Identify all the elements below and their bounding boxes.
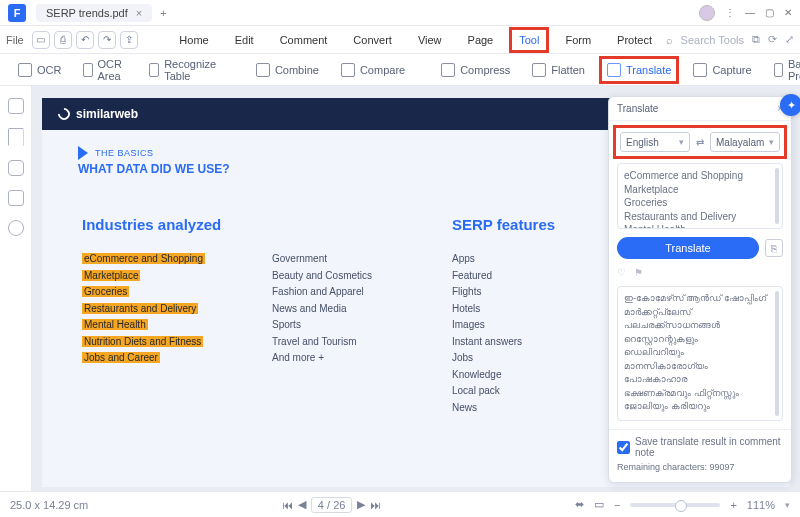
menu-form[interactable]: Form [559,31,597,49]
search-panel-icon[interactable] [8,220,24,236]
expand-icon[interactable]: ⤢ [785,33,794,46]
chevron-down-icon: ▾ [679,137,684,147]
chevron-down-icon[interactable]: ▾ [785,500,790,510]
flatten-button[interactable]: Flatten [528,60,589,80]
fit-page-icon[interactable]: ▭ [594,498,604,511]
similarweb-logo-icon [56,106,73,123]
scrollbar[interactable] [775,291,779,416]
workspace: ✦ similarweb THE BASICS WHAT DATA DID WE… [0,86,800,491]
list-item: Nutrition Diets and Fitness [82,334,232,351]
list-item: Beauty and Cosmetics [272,268,412,285]
compress-button[interactable]: Compress [437,60,514,80]
redo-icon[interactable]: ↷ [98,31,116,49]
refresh-icon[interactable]: ⟳ [768,33,777,46]
save-icon[interactable]: ▭ [32,31,50,49]
page-input[interactable]: 4 / 26 [311,497,353,513]
translate-action-button[interactable]: Translate [617,237,759,259]
list-item: And more + [272,350,412,367]
minimize-icon[interactable]: — [745,7,755,18]
assistant-badge[interactable]: ✦ [780,94,800,116]
ocr-button[interactable]: OCR [14,60,65,80]
bookmark-icon[interactable] [8,128,24,146]
source-lang-select[interactable]: English▾ [620,132,690,152]
swap-icon[interactable]: ⇄ [696,137,704,148]
menu-convert[interactable]: Convert [347,31,398,49]
list-item: eCommerce and Shopping [82,251,232,268]
thumbnails-icon[interactable] [8,98,24,114]
translate-panel: Translate × English▾ ⇄ Malayalam▾ eComme… [608,96,792,483]
last-page-icon[interactable]: ⏭ [370,499,381,511]
share-icon[interactable]: ⇪ [120,31,138,49]
zoom-in-icon[interactable]: + [730,499,736,511]
open-external-icon[interactable]: ⧉ [752,33,760,46]
menu-home[interactable]: Home [173,31,214,49]
close-window-icon[interactable]: ✕ [784,7,792,18]
copy-icon[interactable]: ⎘ [765,239,783,257]
scrollbar[interactable] [775,168,779,224]
save-result-label: Save translate result in comment note [635,436,783,458]
heading-serp: SERP features [452,216,582,233]
close-icon[interactable]: × [136,7,142,19]
undo-icon[interactable]: ↶ [76,31,94,49]
arrow-icon [78,146,88,160]
page-controls: ⏮ ◀ 4 / 26 ▶ ⏭ [282,497,382,513]
ocr-area-button[interactable]: OCR Area [79,55,130,85]
language-selector: English▾ ⇄ Malayalam▾ [617,129,783,155]
recognize-table-button[interactable]: Recognize Table [145,55,224,85]
list-item: Apps [452,251,582,268]
app-logo: F [8,4,26,22]
print-icon[interactable]: ⎙ [54,31,72,49]
combine-button[interactable]: Combine [252,60,323,80]
batch-icon [774,63,783,77]
compare-button[interactable]: Compare [337,60,409,80]
fit-width-icon[interactable]: ⬌ [575,498,584,511]
col-serp: SERP features AppsFeaturedFlightsHotelsI… [452,216,582,416]
target-text-box[interactable]: ഇ-കോമേഴ്‌സ് ആൻഡ് ഷോപ്പിംഗ് മാർക്കറ്റ്പ്ല… [617,286,783,421]
translate-button[interactable]: Translate [603,60,675,80]
title-bar: F SERP trends.pdf × + ⋮ — ▢ ✕ [0,0,800,26]
batch-process-button[interactable]: Batch Process [770,55,800,85]
menu-tool[interactable]: Tool [513,31,545,49]
menu-edit[interactable]: Edit [229,31,260,49]
toolbar: OCR OCR Area Recognize Table Combine Com… [0,54,800,86]
list-item: Fashion and Apparel [272,284,412,301]
source-text: eCommerce and Shopping Marketplace Groce… [624,169,770,229]
source-text-box[interactable]: eCommerce and Shopping Marketplace Groce… [617,163,783,229]
coords-readout: 25.0 x 14.29 cm [10,499,88,511]
zoom-slider[interactable] [630,503,720,507]
capture-icon [693,63,707,77]
compress-icon [441,63,455,77]
search-tools-input[interactable]: Search Tools [681,34,744,46]
menu-protect[interactable]: Protect [611,31,658,49]
target-lang-select[interactable]: Malayalam▾ [710,132,780,152]
list-item: News [452,400,582,417]
kebab-icon[interactable]: ⋮ [725,7,735,18]
prev-page-icon[interactable]: ◀ [298,498,306,511]
zoom-out-icon[interactable]: − [614,499,620,511]
list-item: Mental Health [82,317,232,334]
list-item: Featured [452,268,582,285]
menu-comment[interactable]: Comment [274,31,334,49]
file-menu[interactable]: File [6,34,24,46]
zoom-readout: 111% [747,499,775,511]
capture-button[interactable]: Capture [689,60,755,80]
document-tab[interactable]: SERP trends.pdf × [36,4,152,22]
comment-icon[interactable] [8,160,24,176]
thumbs-icon[interactable]: ♡ [617,267,626,278]
chevron-down-icon: ▾ [769,137,774,147]
first-page-icon[interactable]: ⏮ [282,499,293,511]
tab-title: SERP trends.pdf [46,7,128,19]
menu-page[interactable]: Page [462,31,500,49]
avatar[interactable] [699,5,715,21]
next-page-icon[interactable]: ▶ [357,498,365,511]
combine-icon [256,63,270,77]
list-item: Restaurants and Delivery [82,301,232,318]
save-result-checkbox[interactable]: Save translate result in comment note [617,436,783,458]
menu-view[interactable]: View [412,31,448,49]
maximize-icon[interactable]: ▢ [765,7,774,18]
add-tab-button[interactable]: + [160,7,166,19]
attachment-icon[interactable] [8,190,24,206]
feedback-icon[interactable]: ⚑ [634,267,643,278]
ocr-area-icon [83,63,92,77]
save-result-input[interactable] [617,441,630,454]
